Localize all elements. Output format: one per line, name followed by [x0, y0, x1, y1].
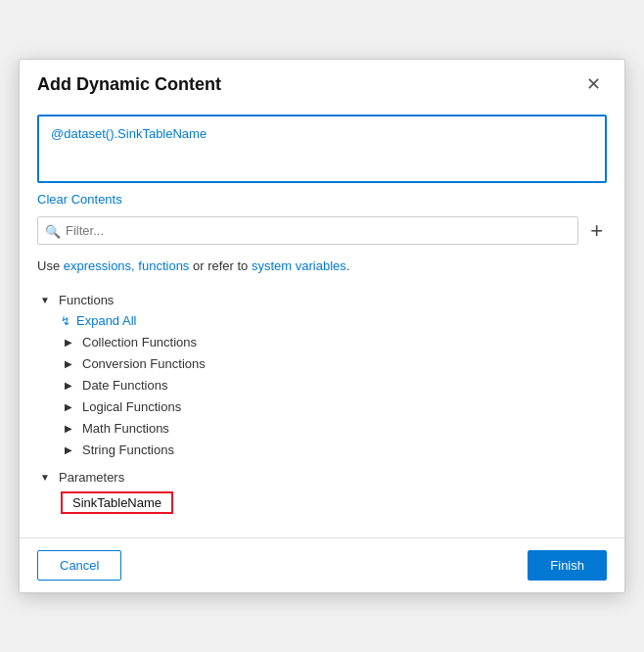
dialog-body: @dataset().SinkTableName Clear Contents … [20, 105, 624, 537]
add-dynamic-content-dialog: Add Dynamic Content ✕ @dataset().SinkTab… [19, 59, 625, 593]
collection-arrow: ▶ [61, 334, 76, 349]
add-button[interactable]: + [586, 220, 607, 242]
functions-label: Functions [59, 293, 114, 307]
string-arrow: ▶ [61, 442, 76, 457]
expand-all-item[interactable]: ↯ Expand All [61, 310, 607, 331]
expression-box[interactable]: @dataset().SinkTableName [37, 115, 607, 183]
conversion-functions-item[interactable]: ▶ Conversion Functions [61, 352, 607, 374]
finish-button[interactable]: Finish [528, 550, 607, 581]
logical-functions-item[interactable]: ▶ Logical Functions [61, 396, 607, 417]
collection-functions-item[interactable]: ▶ Collection Functions [61, 331, 607, 352]
cancel-button[interactable]: Cancel [37, 550, 121, 581]
hint-text: Use expressions, functions or refer to s… [37, 258, 607, 273]
hint-text-after: . [346, 258, 350, 273]
sink-table-name-param[interactable]: SinkTableName [61, 491, 173, 514]
collection-functions-label: Collection Functions [82, 335, 197, 349]
expand-all-label: Expand All [76, 313, 136, 328]
parameters-section: ▼ Parameters SinkTableName [37, 466, 607, 518]
filter-row: 🔍 + [37, 216, 607, 245]
functions-children: ↯ Expand All ▶ Collection Functions ▶ Co… [37, 310, 607, 460]
filter-input[interactable] [37, 216, 578, 245]
functions-group[interactable]: ▼ Functions [37, 289, 607, 310]
string-functions-label: String Functions [82, 442, 174, 457]
math-functions-label: Math Functions [82, 421, 169, 436]
system-variables-link[interactable]: system variables [252, 258, 346, 273]
search-icon: 🔍 [45, 223, 61, 238]
hint-text-middle: or refer to [189, 258, 252, 273]
string-functions-item[interactable]: ▶ String Functions [61, 439, 607, 460]
hint-text-before: Use [37, 258, 64, 273]
clear-contents-link[interactable]: Clear Contents [37, 192, 122, 207]
logical-functions-label: Logical Functions [82, 399, 181, 414]
conversion-functions-label: Conversion Functions [82, 356, 206, 371]
sink-table-name-label: SinkTableName [72, 495, 161, 510]
close-button[interactable]: ✕ [580, 73, 607, 95]
date-arrow: ▶ [61, 377, 76, 393]
expressions-functions-link[interactable]: expressions, functions [64, 258, 190, 273]
dialog-footer: Cancel Finish [20, 537, 624, 592]
dialog-title: Add Dynamic Content [37, 74, 221, 95]
dialog-header: Add Dynamic Content ✕ [20, 60, 624, 105]
date-functions-item[interactable]: ▶ Date Functions [61, 374, 607, 396]
functions-expand-arrow: ▼ [37, 292, 53, 307]
math-arrow: ▶ [61, 420, 76, 436]
expand-all-icon: ↯ [61, 314, 70, 328]
parameters-group[interactable]: ▼ Parameters [37, 466, 607, 488]
filter-input-wrap: 🔍 [37, 216, 578, 245]
functions-section: ▼ Functions ↯ Expand All ▶ Collection Fu… [37, 289, 607, 460]
date-functions-label: Date Functions [82, 378, 167, 393]
parameters-label: Parameters [59, 470, 124, 485]
logical-arrow: ▶ [61, 398, 76, 414]
parameters-expand-arrow: ▼ [37, 469, 53, 485]
parameters-children: SinkTableName [37, 488, 607, 518]
conversion-arrow: ▶ [61, 355, 76, 371]
math-functions-item[interactable]: ▶ Math Functions [61, 417, 607, 439]
